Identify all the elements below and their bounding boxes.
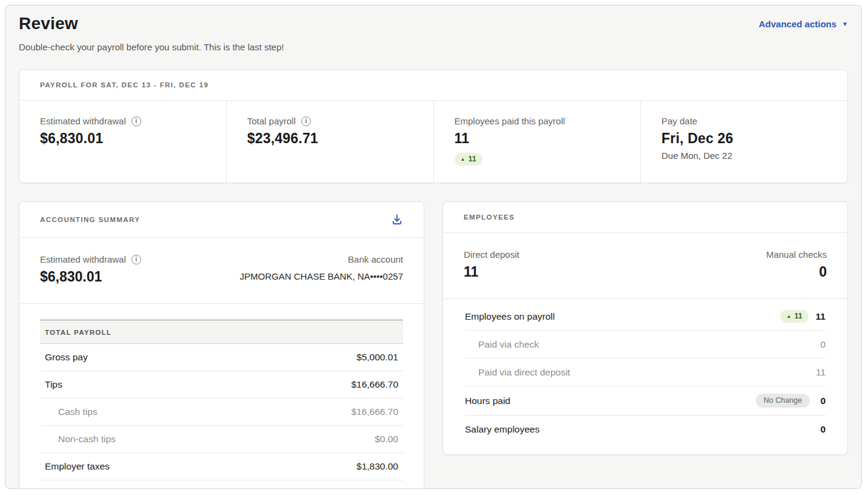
estimated-withdrawal-label: Estimated withdrawal [40,254,126,264]
accounting-card-header: ACCOUNTING SUMMARY [19,202,424,238]
stat-label: Pay date [661,116,697,126]
table-row-tips: Tips $16,666.70 [40,371,403,399]
stat-value: $23,496.71 [247,130,413,147]
stat-value: $6,830.01 [40,130,205,147]
payroll-review-page: Review Double-check your payroll before … [5,5,862,489]
badge-value: 11 [468,155,476,163]
row-label: Employer taxes [45,461,110,472]
badge-value: 11 [794,312,802,320]
cards-row: ACCOUNTING SUMMARY Estimated withdrawal [19,201,848,489]
row-paid-via-direct-deposit: Paid via direct deposit 11 [465,359,826,386]
stat-label: Employees paid this payroll [455,116,566,126]
info-icon[interactable] [132,116,141,126]
employees-summary-block: Direct deposit 11 Manual checks 0 [443,233,847,299]
row-value: 11 [816,311,826,322]
row-value: $5,000.01 [356,352,398,363]
direct-deposit-block: Direct deposit 11 [464,249,519,280]
download-icon [391,214,403,226]
advanced-actions-button[interactable]: Advanced actions [759,19,848,29]
payroll-stats-row: Estimated withdrawal $6,830.01 Total pay… [19,101,847,183]
row-hours-paid: Hours paid No Change 0 [465,386,826,416]
advanced-actions-label: Advanced actions [759,19,836,29]
row-paid-via-check: Paid via check 0 [465,331,826,359]
employees-delta-badge: 11 [780,310,808,323]
row-value: 0 [817,424,826,435]
table-row-cash-tips: Cash tips $16,666.70 [40,399,403,426]
payroll-period-card-header: PAYROLL FOR SAT, DEC 13 - FRI, DEC 19 [19,70,847,101]
accounting-summary-title: ACCOUNTING SUMMARY [40,216,140,223]
row-label: Hours paid [465,396,510,406]
bank-account-value: JPMORGAN CHASE BANK, NA••••0257 [240,271,403,281]
accounting-summary-card: ACCOUNTING SUMMARY Estimated withdrawal [19,201,424,489]
table-row-employer-taxes: Employer taxes $1,830.00 [40,453,403,480]
employees-rows: Employees on payroll 11 11 Paid via chec… [465,303,826,454]
row-value: 0 [817,396,826,406]
no-change-pill: No Change [756,394,810,408]
row-label: Employees on payroll [465,311,555,322]
employees-delta-badge: 11 [455,153,482,166]
manual-checks-value: 0 [766,264,827,280]
estimated-withdrawal-value: $6,830.01 [40,269,141,285]
stat-label: Estimated withdrawal [40,116,126,126]
stat-employees-paid: Employees paid this payroll 11 11 [433,101,641,183]
bank-account-label: Bank account [240,254,403,264]
page-header: Review Double-check your payroll before … [19,14,848,52]
bank-account-block: Bank account JPMORGAN CHASE BANK, NA••••… [240,254,403,281]
row-value: $1,830.00 [356,461,398,472]
total-payroll-table: TOTAL PAYROLL Gross pay $5,000.01 Tips $… [40,320,403,489]
estimated-withdrawal-block: Estimated withdrawal $6,830.01 [40,254,141,285]
row-label: Paid via direct deposit [465,367,570,378]
table-row-non-cash-tips: Non-cash tips $0.00 [40,426,403,453]
table-clipped-spacer [40,480,403,489]
total-payroll-table-header: TOTAL PAYROLL [40,320,403,344]
row-label: Gross pay [45,352,88,363]
page-header-text: Review Double-check your payroll before … [19,14,284,52]
chevron-down-icon [842,21,848,27]
row-label: Non-cash tips [45,434,116,445]
page-subtitle: Double-check your payroll before you sub… [19,42,284,52]
table-row-gross-pay: Gross pay $5,000.01 [40,344,403,371]
stat-pay-date: Pay date Fri, Dec 26 Due Mon, Dec 22 [640,101,847,183]
info-icon[interactable] [301,116,311,126]
stat-value: Fri, Dec 26 [661,130,827,147]
direct-deposit-label: Direct deposit [464,249,519,260]
manual-checks-block: Manual checks 0 [766,249,827,280]
stat-label: Total payroll [247,116,296,126]
row-value: $16,666.70 [351,406,398,417]
stat-total-payroll: Total payroll $23,496.71 [226,101,433,183]
row-salary-employees: Salary employees 0 [465,416,826,443]
stat-value: 11 [455,130,620,147]
employees-title: EMPLOYEES [464,214,515,221]
manual-checks-label: Manual checks [766,249,827,260]
row-label: Paid via check [465,339,539,350]
download-button[interactable] [391,214,403,226]
pay-date-due: Due Mon, Dec 22 [661,150,827,161]
employees-card-header: EMPLOYEES [443,202,847,233]
info-icon[interactable] [132,255,141,264]
row-employees-on-payroll: Employees on payroll 11 11 [465,303,826,331]
row-value: $0.00 [375,434,398,445]
page-title: Review [19,14,284,33]
stat-estimated-withdrawal: Estimated withdrawal $6,830.01 [19,101,226,183]
direct-deposit-value: 11 [464,264,519,280]
row-value: $16,666.70 [351,379,398,390]
total-payroll-title: TOTAL PAYROLL [45,329,112,336]
payroll-period-card: PAYROLL FOR SAT, DEC 13 - FRI, DEC 19 Es… [19,69,848,183]
row-value: 11 [816,367,826,378]
row-label: Tips [45,379,62,390]
row-label: Salary employees [465,424,539,435]
employees-card: EMPLOYEES Direct deposit 11 Manual check… [442,201,848,455]
accounting-summary-block: Estimated withdrawal $6,830.01 Bank acco… [19,238,424,304]
payroll-period-title: PAYROLL FOR SAT, DEC 13 - FRI, DEC 19 [40,81,209,89]
row-value: 0 [817,339,826,350]
row-label: Cash tips [45,406,98,417]
